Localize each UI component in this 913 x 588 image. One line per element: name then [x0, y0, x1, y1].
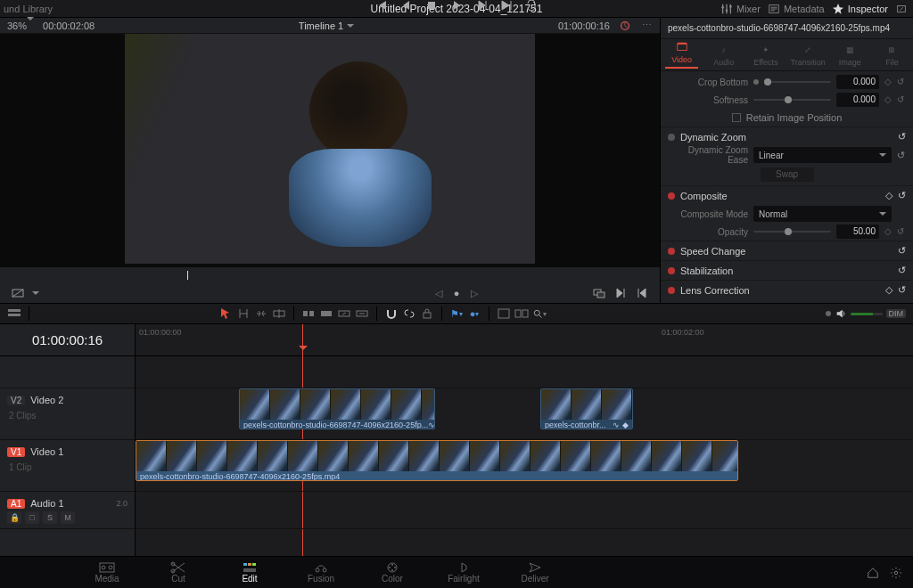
section-toggle[interactable]: [668, 287, 675, 294]
snap-toggle[interactable]: [384, 306, 399, 321]
timeline-canvas[interactable]: 01:00:00:00 01:00:02:00 pexels-cottonbro…: [136, 324, 913, 556]
softness-value[interactable]: 0.000: [836, 93, 879, 107]
marker-button[interactable]: ●▾: [467, 306, 481, 321]
timeline-view-options[interactable]: [7, 306, 21, 321]
track-disp-chip[interactable]: □: [25, 511, 39, 524]
flag-button[interactable]: ⚑▾: [449, 306, 464, 321]
inspector-tab-transition[interactable]: ⤢Transition: [787, 39, 829, 70]
keyframe-diamond-icon[interactable]: ◇: [885, 284, 892, 296]
keyframe-diamond-icon[interactable]: ◇: [885, 190, 892, 201]
section-toggle[interactable]: [668, 192, 675, 200]
dim-button[interactable]: DIM: [886, 309, 907, 318]
timeline-name-dropdown[interactable]: Timeline 1: [299, 20, 354, 31]
keyframe-diamond-icon[interactable]: ◇: [884, 78, 893, 86]
swap-button[interactable]: Swap: [761, 167, 814, 182]
viewer-left-tc[interactable]: 00:00:02:08: [43, 20, 95, 31]
step-back-button[interactable]: [399, 0, 414, 12]
crop-bottom-value[interactable]: 0.000: [836, 75, 879, 89]
track-header-v1[interactable]: V1Video 1 1 Clip: [0, 440, 135, 492]
timeline-ruler[interactable]: 01:00:00:00 01:00:02:00: [136, 324, 913, 356]
reset-icon[interactable]: ↺: [898, 190, 906, 201]
track-v2[interactable]: pexels-cottonbro-studio-6698747-4096x216…: [136, 388, 913, 440]
track-solo-chip[interactable]: S: [43, 511, 57, 524]
bypass-icon[interactable]: [619, 20, 631, 32]
dynamic-zoom-header[interactable]: Dynamic Zoom ↺: [661, 127, 913, 146]
dynamic-trim-tool[interactable]: [254, 306, 268, 321]
composite-header[interactable]: Composite ◇ ↺: [661, 185, 913, 205]
track-id-v2[interactable]: V2: [7, 396, 25, 405]
clip-v2-a[interactable]: pexels-cottonbro-studio-6698747-4096x216…: [239, 388, 435, 429]
overlay-toggle[interactable]: [592, 286, 606, 300]
viewer-zoom[interactable]: 36%: [7, 20, 34, 31]
reset-icon[interactable]: ↺: [897, 95, 906, 104]
replace-clip-button[interactable]: [337, 306, 351, 321]
page-deliver[interactable]: Deliver: [499, 561, 571, 584]
inspector-tab-video[interactable]: Video: [661, 39, 703, 70]
comp-mode-dropdown[interactable]: Normal: [753, 206, 892, 222]
track-id-a1[interactable]: A1: [7, 499, 25, 509]
reset-icon[interactable]: ↺: [897, 78, 906, 86]
page-cut[interactable]: Cut: [143, 561, 214, 584]
reset-icon[interactable]: ↺: [897, 150, 906, 161]
volume-slider[interactable]: [851, 313, 883, 315]
track-lock-chip[interactable]: 🔒: [7, 511, 21, 524]
match-frame-button[interactable]: [11, 286, 25, 300]
next-edit-button[interactable]: [613, 286, 628, 300]
track-id-v1[interactable]: V1: [7, 447, 25, 457]
go-last-button[interactable]: [499, 0, 514, 12]
blade-tool[interactable]: [272, 306, 286, 321]
crop-bottom-slider[interactable]: [764, 81, 831, 83]
clip-v1[interactable]: pexels-cottonbro-studio-6698747-4096x216…: [136, 440, 738, 481]
insert-clip-button[interactable]: [301, 306, 316, 321]
selection-tool[interactable]: [218, 306, 233, 321]
inspector-tab-audio[interactable]: ♪Audio: [703, 39, 744, 70]
reset-icon[interactable]: ↺: [898, 265, 906, 276]
inspector-tab-effects[interactable]: ✦Effects: [744, 39, 786, 70]
step-fwd-button[interactable]: [474, 0, 489, 12]
keyframe-diamond-icon[interactable]: ◇: [884, 227, 893, 236]
speed-change-header[interactable]: Speed Change ↺: [661, 241, 913, 260]
go-first-button[interactable]: [374, 0, 389, 12]
loop-button[interactable]: [524, 0, 539, 12]
viewer-scrubber[interactable]: [0, 267, 660, 283]
metadata-tab[interactable]: Metadata: [768, 3, 825, 15]
lens-correction-header[interactable]: Lens Correction ◇ ↺: [661, 280, 913, 299]
reset-icon[interactable]: ↺: [898, 131, 906, 143]
prev-edit-button[interactable]: [635, 286, 649, 300]
overwrite-clip-button[interactable]: [319, 306, 333, 321]
opacity-value[interactable]: 50.00: [836, 225, 879, 239]
library-breadcrumb[interactable]: und Library: [0, 4, 56, 14]
reset-icon[interactable]: ↺: [898, 245, 906, 257]
home-icon[interactable]: [867, 567, 879, 579]
page-color[interactable]: Color: [357, 561, 428, 584]
reset-icon[interactable]: ↺: [898, 284, 906, 296]
inspector-tab-file[interactable]: 🗎File: [871, 39, 913, 70]
trim-edit-tool[interactable]: [236, 306, 251, 321]
clip-v2-b[interactable]: pexels-cottonbr...∿ ◆: [540, 388, 633, 429]
track-v1[interactable]: pexels-cottonbro-studio-6698747-4096x216…: [136, 440, 913, 492]
viewer-canvas[interactable]: [0, 34, 660, 267]
settings-icon[interactable]: [890, 567, 902, 579]
track-header-a1[interactable]: A1Audio 12.0 🔒 □ S M: [0, 492, 135, 529]
page-media[interactable]: Media: [71, 561, 143, 584]
softness-slider[interactable]: [753, 99, 831, 101]
section-toggle[interactable]: [668, 134, 675, 141]
stop-button[interactable]: [424, 0, 439, 12]
expand-panel-icon[interactable]: [895, 3, 908, 15]
keyframe-diamond-icon[interactable]: ◇: [884, 95, 893, 104]
speaker-icon[interactable]: [835, 307, 847, 320]
inspector-tab-image[interactable]: ▦Image: [829, 39, 871, 70]
viewer-options-icon[interactable]: ⋯: [640, 20, 653, 32]
position-lock-toggle[interactable]: [420, 306, 434, 321]
dual-viewer-button[interactable]: [514, 306, 529, 321]
reset-icon[interactable]: ↺: [897, 227, 906, 236]
page-fusion[interactable]: Fusion: [285, 561, 357, 584]
index-button[interactable]: [497, 306, 511, 321]
page-fairlight[interactable]: Fairlight: [428, 561, 499, 584]
master-timecode[interactable]: 01:00:00:16: [0, 324, 135, 356]
retain-checkbox[interactable]: [732, 113, 741, 122]
fit-to-fill-button[interactable]: [355, 306, 369, 321]
section-toggle[interactable]: [668, 267, 675, 274]
link-toggle[interactable]: [402, 306, 416, 321]
page-edit[interactable]: Edit: [214, 561, 285, 584]
